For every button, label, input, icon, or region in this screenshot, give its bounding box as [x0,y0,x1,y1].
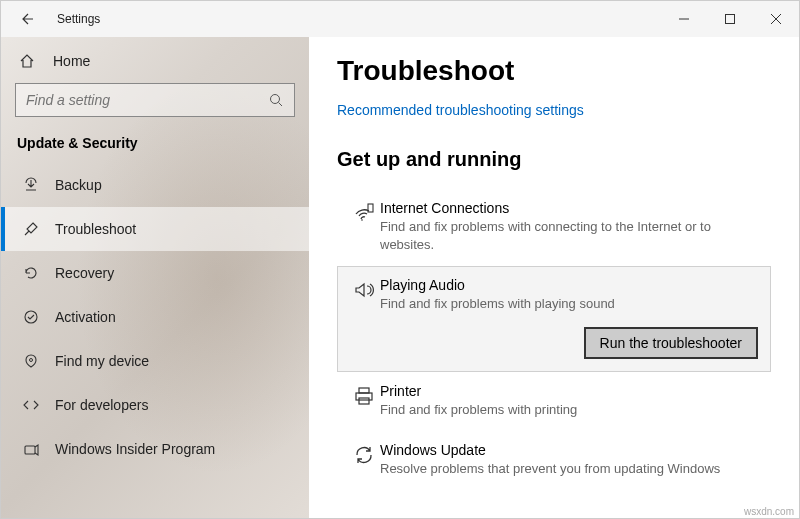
home-link[interactable]: Home [1,45,309,79]
sidebar-item-label: Find my device [55,353,149,369]
search-input[interactable] [15,83,295,117]
troubleshoot-item-desc: Resolve problems that prevent you from u… [380,460,758,478]
sidebar-item-insider[interactable]: Windows Insider Program [1,427,309,471]
wifi-icon [348,200,380,253]
page-title: Troubleshoot [337,55,771,87]
svg-rect-11 [359,388,369,393]
troubleshoot-item-title: Internet Connections [380,200,758,216]
svg-rect-8 [25,446,35,454]
troubleshoot-item-internet[interactable]: Internet Connections Find and fix proble… [337,189,771,266]
main-content: Troubleshoot Recommended troubleshooting… [309,37,799,518]
svg-point-6 [25,311,37,323]
sidebar-item-label: Windows Insider Program [55,441,215,457]
insider-icon [21,441,41,457]
home-icon [17,53,37,69]
search-icon [268,93,284,107]
activation-icon [21,309,41,325]
svg-rect-12 [356,393,372,400]
sidebar-item-backup[interactable]: Backup [1,163,309,207]
arrow-left-icon [19,11,35,27]
sidebar-item-recovery[interactable]: Recovery [1,251,309,295]
troubleshoot-item-desc: Find and fix problems with playing sound [380,295,758,313]
sidebar-item-label: Activation [55,309,116,325]
sidebar-item-label: Recovery [55,265,114,281]
close-button[interactable] [753,1,799,37]
svg-point-4 [271,95,280,104]
svg-line-5 [279,103,283,107]
sidebar-item-find-device[interactable]: Find my device [1,339,309,383]
sidebar-item-label: Troubleshoot [55,221,136,237]
troubleshoot-item-desc: Find and fix problems with printing [380,401,758,419]
backup-icon [21,177,41,193]
window-controls [661,1,799,37]
svg-rect-1 [726,15,735,24]
printer-icon [348,383,380,419]
maximize-button[interactable] [707,1,753,37]
minimize-button[interactable] [661,1,707,37]
developers-icon [21,397,41,413]
sidebar-item-label: For developers [55,397,148,413]
watermark: wsxdn.com [744,506,794,517]
titlebar: Settings [1,1,799,37]
sidebar-item-activation[interactable]: Activation [1,295,309,339]
troubleshoot-item-windows-update[interactable]: Windows Update Resolve problems that pre… [337,431,771,491]
recommended-settings-link[interactable]: Recommended troubleshooting settings [337,102,584,118]
svg-rect-13 [359,398,369,404]
svg-point-10 [361,219,363,221]
section-title: Get up and running [337,148,771,171]
sidebar-item-troubleshoot[interactable]: Troubleshoot [1,207,309,251]
window-title: Settings [57,12,100,26]
home-label: Home [53,53,90,69]
svg-point-7 [30,359,33,362]
search-field[interactable] [26,92,268,108]
recovery-icon [21,265,41,281]
find-device-icon [21,353,41,369]
sidebar-item-developers[interactable]: For developers [1,383,309,427]
update-icon [348,442,380,478]
audio-icon [348,277,380,359]
category-title: Update & Security [1,127,309,163]
sidebar-item-label: Backup [55,177,102,193]
troubleshoot-item-title: Playing Audio [380,277,758,293]
troubleshoot-item-desc: Find and fix problems with connecting to… [380,218,758,253]
back-button[interactable] [15,7,39,31]
troubleshoot-item-printer[interactable]: Printer Find and fix problems with print… [337,372,771,432]
troubleshoot-item-title: Windows Update [380,442,758,458]
sidebar: Home Update & Security Backup Troublesho… [1,37,309,518]
run-troubleshooter-button[interactable]: Run the troubleshooter [584,327,758,359]
troubleshoot-item-audio[interactable]: Playing Audio Find and fix problems with… [337,266,771,372]
troubleshoot-item-title: Printer [380,383,758,399]
troubleshoot-icon [21,221,41,237]
